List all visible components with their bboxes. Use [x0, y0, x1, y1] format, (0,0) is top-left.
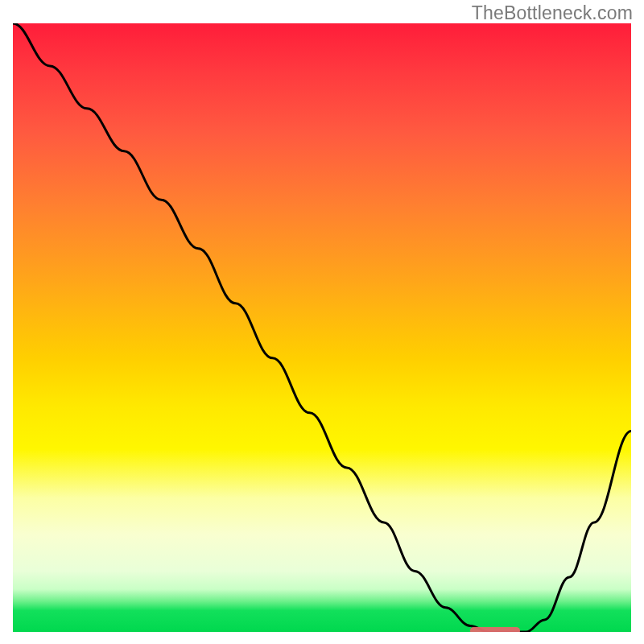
optimal-range-marker [470, 627, 519, 632]
bottleneck-curve [13, 23, 631, 632]
watermark-label: TheBottleneck.com [472, 2, 633, 24]
curve-layer [13, 23, 631, 632]
plot-area [13, 23, 631, 632]
bottleneck-chart: TheBottleneck.com [0, 0, 644, 644]
